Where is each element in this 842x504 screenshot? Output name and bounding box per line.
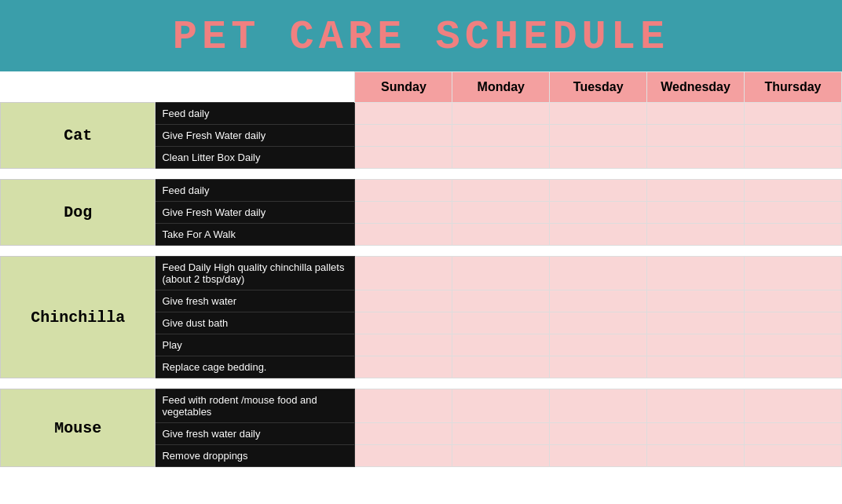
day-cell bbox=[355, 389, 452, 423]
day-cell bbox=[452, 290, 550, 312]
day-cell bbox=[355, 202, 452, 224]
tuesday-header: Tuesday bbox=[550, 72, 647, 103]
sunday-header: Sunday bbox=[355, 72, 452, 103]
pet-label-dog: Dog bbox=[1, 180, 156, 246]
day-cell bbox=[647, 202, 745, 224]
task-cell: Feed Daily High quality chinchilla palle… bbox=[156, 257, 355, 290]
day-cell bbox=[647, 180, 745, 202]
day-cell bbox=[550, 356, 647, 378]
day-cell bbox=[745, 147, 842, 169]
thursday-header: Thursday bbox=[745, 72, 842, 103]
wednesday-header: Wednesday bbox=[647, 72, 745, 103]
day-cell bbox=[355, 103, 452, 125]
day-cell bbox=[355, 180, 452, 202]
day-cell bbox=[647, 445, 745, 467]
day-cell bbox=[452, 334, 550, 356]
day-cell bbox=[745, 103, 842, 125]
day-cell bbox=[355, 257, 452, 290]
day-cell bbox=[745, 180, 842, 202]
day-cell bbox=[647, 312, 745, 334]
day-cell bbox=[745, 125, 842, 147]
task-cell: Take For A Walk bbox=[156, 224, 355, 246]
day-cell bbox=[745, 389, 842, 423]
day-cell bbox=[452, 356, 550, 378]
day-cell bbox=[647, 423, 745, 445]
day-cell bbox=[452, 147, 550, 169]
task-cell: Replace cage bedding. bbox=[156, 356, 355, 378]
day-cell bbox=[647, 224, 745, 246]
day-cell bbox=[452, 423, 550, 445]
day-cell bbox=[452, 445, 550, 467]
day-cell bbox=[452, 103, 550, 125]
day-cell bbox=[550, 147, 647, 169]
day-cell bbox=[452, 224, 550, 246]
day-cell bbox=[550, 125, 647, 147]
task-cell: Give Fresh Water daily bbox=[156, 202, 355, 224]
pet-label-chinchilla: Chinchilla bbox=[1, 257, 156, 378]
day-cell bbox=[355, 356, 452, 378]
day-cell bbox=[452, 202, 550, 224]
day-cell bbox=[745, 423, 842, 445]
schedule-table: Sunday Monday Tuesday Wednesday Thursday… bbox=[0, 71, 842, 467]
day-cell bbox=[355, 423, 452, 445]
task-cell: Give dust bath bbox=[156, 312, 355, 334]
day-cell bbox=[550, 334, 647, 356]
day-cell bbox=[452, 180, 550, 202]
table-row: CatFeed daily bbox=[1, 103, 842, 125]
day-cell bbox=[550, 389, 647, 423]
spacer-row bbox=[1, 378, 842, 389]
day-cell bbox=[452, 389, 550, 423]
day-cell bbox=[550, 103, 647, 125]
day-cell bbox=[355, 224, 452, 246]
day-cell bbox=[355, 290, 452, 312]
day-cell bbox=[550, 224, 647, 246]
day-cell bbox=[550, 257, 647, 290]
day-cell bbox=[745, 224, 842, 246]
day-cell bbox=[745, 356, 842, 378]
schedule-table-container: Sunday Monday Tuesday Wednesday Thursday… bbox=[0, 71, 842, 467]
task-cell: Give fresh water daily bbox=[156, 423, 355, 445]
task-cell: Give fresh water bbox=[156, 290, 355, 312]
day-cell bbox=[647, 389, 745, 423]
day-cell bbox=[355, 147, 452, 169]
day-cell bbox=[745, 202, 842, 224]
day-cell bbox=[550, 202, 647, 224]
day-cell bbox=[452, 312, 550, 334]
day-cell bbox=[745, 334, 842, 356]
page-title: PET CARE SCHEDULE bbox=[0, 14, 842, 60]
task-cell: Give Fresh Water daily bbox=[156, 125, 355, 147]
table-row: ChinchillaFeed Daily High quality chinch… bbox=[1, 257, 842, 290]
task-cell: Clean Litter Box Daily bbox=[156, 147, 355, 169]
task-cell: Feed daily bbox=[156, 103, 355, 125]
task-cell: Feed with rodent /mouse food and vegetab… bbox=[156, 389, 355, 423]
pet-label-cat: Cat bbox=[1, 103, 156, 169]
page-header: PET CARE SCHEDULE bbox=[0, 0, 842, 71]
day-cell bbox=[550, 423, 647, 445]
day-cell bbox=[355, 312, 452, 334]
task-cell: Remove droppings bbox=[156, 445, 355, 467]
day-cell bbox=[355, 125, 452, 147]
day-cell bbox=[452, 257, 550, 290]
pet-label-mouse: Mouse bbox=[1, 389, 156, 467]
task-cell: Feed daily bbox=[156, 180, 355, 202]
day-cell bbox=[647, 257, 745, 290]
pet-col-header bbox=[1, 72, 156, 103]
spacer-row bbox=[1, 246, 842, 257]
monday-header: Monday bbox=[452, 72, 550, 103]
day-cell bbox=[550, 180, 647, 202]
day-cell bbox=[355, 445, 452, 467]
day-cell bbox=[355, 334, 452, 356]
day-cell bbox=[745, 290, 842, 312]
day-cell bbox=[647, 103, 745, 125]
day-cell bbox=[452, 125, 550, 147]
day-cell bbox=[647, 290, 745, 312]
day-cell bbox=[647, 356, 745, 378]
day-cell bbox=[647, 334, 745, 356]
day-cell bbox=[647, 147, 745, 169]
table-row: MouseFeed with rodent /mouse food and ve… bbox=[1, 389, 842, 423]
day-cell bbox=[550, 312, 647, 334]
day-cell bbox=[745, 445, 842, 467]
day-cell bbox=[745, 312, 842, 334]
day-cell bbox=[745, 257, 842, 290]
day-cell bbox=[550, 290, 647, 312]
